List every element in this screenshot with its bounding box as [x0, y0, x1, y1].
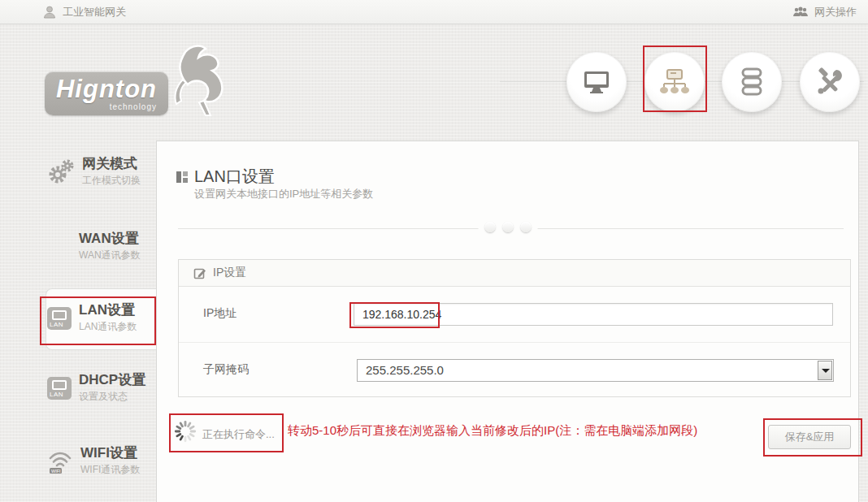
- nav-data-button[interactable]: [722, 52, 782, 112]
- ip-address-label: IP地址: [203, 306, 237, 321]
- sidebar-item-wifi[interactable]: WIFI WIFI设置 WIFI通讯参数: [47, 445, 156, 477]
- svg-text:WIFI: WIFI: [51, 468, 61, 473]
- sidebar-item-subtitle: 设置及状态: [79, 390, 145, 404]
- page-title: LAN口设置: [194, 166, 275, 188]
- gears-icon: [47, 158, 75, 186]
- gateway-ops-label: 网关操作: [814, 5, 857, 19]
- nav-tools-button[interactable]: [800, 52, 860, 112]
- loading-spinner-icon: [174, 420, 197, 443]
- nav-network-button[interactable]: [644, 52, 705, 112]
- sidebar-item-title: WAN设置: [79, 231, 141, 247]
- section-grid-icon: [176, 171, 188, 183]
- network-topology-icon: [658, 68, 691, 96]
- topbar-right[interactable]: 网关操作: [792, 5, 857, 19]
- hint-text: 转动5-10秒后可直接在浏览器输入当前修改后的IP(注：需在电脑端添加网段): [288, 423, 697, 439]
- sidebar-item-title: 网关模式: [82, 156, 141, 172]
- page-subtitle: 设置网关本地接口的IP地址等相关参数: [194, 187, 373, 201]
- wifi-icon: WIFI: [47, 448, 73, 474]
- user-icon: [42, 5, 57, 19]
- topbar: 工业智能网关 网关操作: [0, 0, 868, 24]
- app-title: 工业智能网关: [63, 5, 126, 19]
- executing-command-label: 正在执行命令...: [202, 427, 275, 442]
- sidebar-item-dhcp[interactable]: LAN DHCP设置 设置及状态: [47, 372, 156, 404]
- topbar-left: 工业智能网关: [42, 5, 126, 19]
- pager-dots[interactable]: [478, 222, 537, 232]
- sidebar-item-title: DHCP设置: [79, 372, 145, 388]
- nav-status-button[interactable]: [566, 52, 627, 112]
- ip-settings-panel: IP设置 IP地址 子网掩码 255.255.255.0: [178, 259, 851, 397]
- save-apply-button[interactable]: 保存&应用: [768, 425, 851, 449]
- sidebar-item-title: LAN设置: [79, 302, 137, 318]
- sidebar-item-gateway-mode[interactable]: 网关模式 工作模式切换: [47, 156, 156, 188]
- database-icon: [740, 67, 764, 97]
- sidebar-item-lan[interactable]: LAN LAN设置 LAN通讯参数: [47, 302, 156, 334]
- lan-port-icon: LAN: [47, 307, 72, 330]
- tools-icon: [814, 67, 845, 97]
- ip-address-input[interactable]: [354, 303, 833, 326]
- lan-port-icon: LAN: [47, 377, 72, 400]
- chevron-down-icon[interactable]: [818, 361, 832, 380]
- subnet-mask-label: 子网掩码: [203, 362, 249, 377]
- sidebar-item-subtitle: WAN通讯参数: [79, 249, 141, 262]
- brand-logo: Hignton technology: [45, 49, 215, 130]
- brand-sub: technology: [110, 102, 157, 111]
- ip-address-row: IP地址: [179, 287, 850, 342]
- content-panel: LAN口设置 设置网关本地接口的IP地址等相关参数 IP设置 IP地址 子网掩码…: [156, 141, 859, 502]
- monitor-icon: [581, 69, 612, 95]
- logo-box: Hignton technology: [45, 71, 168, 115]
- sidebar-item-subtitle: LAN通讯参数: [79, 320, 137, 334]
- sidebar-item-subtitle: WIFI通讯参数: [80, 463, 140, 477]
- gateway-config-page: 工业智能网关 网关操作 Hignton technology: [0, 0, 868, 502]
- edit-icon: [193, 266, 206, 279]
- subnet-mask-row: 子网掩码 255.255.255.0: [179, 342, 850, 397]
- sidebar-item-title: WIFI设置: [80, 445, 140, 461]
- panel-header-label: IP设置: [213, 266, 246, 280]
- users-group-icon: [792, 6, 809, 18]
- sidebar-item-subtitle: 工作模式切换: [82, 174, 141, 188]
- subnet-mask-select[interactable]: 255.255.255.0: [357, 359, 834, 382]
- subnet-mask-value: 255.255.255.0: [358, 360, 833, 381]
